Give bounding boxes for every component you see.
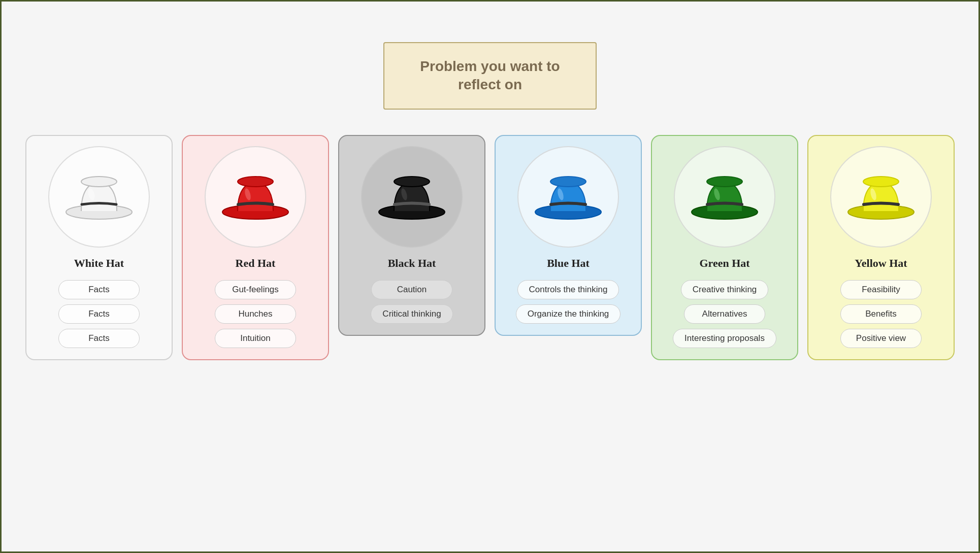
tag-pill[interactable]: Facts — [58, 304, 140, 324]
hats-row: White HatFactsFactsFacts Red HatGut-feel… — [25, 135, 955, 360]
hat-label-blue: Blue Hat — [547, 257, 590, 270]
hat-label-white: White Hat — [74, 257, 124, 270]
problem-text: Problem you want toreflect on — [415, 57, 565, 94]
hat-circle-white — [48, 146, 150, 248]
tag-pill[interactable]: Hunches — [215, 304, 296, 324]
hat-tags-green: Creative thinkingAlternativesInteresting… — [661, 280, 788, 348]
tag-pill[interactable]: Gut-feelings — [215, 280, 296, 299]
svg-point-13 — [707, 177, 742, 187]
hat-tags-white: FactsFactsFacts — [36, 280, 162, 348]
svg-point-1 — [81, 177, 117, 187]
svg-point-7 — [394, 177, 430, 187]
hat-circle-yellow — [830, 146, 932, 248]
hat-label-black: Black Hat — [388, 257, 436, 270]
tag-pill[interactable]: Organize the thinking — [516, 304, 621, 324]
hat-card-yellow: Yellow HatFeasibilityBenefitsPositive vi… — [807, 135, 955, 360]
hat-circle-green — [674, 146, 775, 248]
hat-tags-red: Gut-feelingsHunchesIntuition — [192, 280, 319, 348]
hat-card-blue: Blue HatControls the thinkingOrganize th… — [495, 135, 642, 336]
hat-tags-blue: Controls the thinkingOrganize the thinki… — [505, 280, 632, 324]
svg-point-16 — [863, 177, 899, 187]
hat-tags-black: CautionCritical thinking — [348, 280, 475, 324]
hat-tags-yellow: FeasibilityBenefitsPositive view — [818, 280, 944, 348]
tag-pill[interactable]: Intuition — [215, 329, 296, 348]
tag-pill[interactable]: Alternatives — [684, 304, 765, 324]
tag-pill[interactable]: Caution — [371, 280, 452, 299]
tag-pill[interactable]: Creative thinking — [681, 280, 769, 299]
tag-pill[interactable]: Facts — [58, 329, 140, 348]
tag-pill[interactable]: Facts — [58, 280, 140, 299]
hat-circle-red — [205, 146, 306, 248]
hat-card-white: White HatFactsFactsFacts — [25, 135, 173, 360]
tag-pill[interactable]: Feasibility — [840, 280, 922, 299]
hat-card-black: Black HatCautionCritical thinking — [338, 135, 485, 336]
tag-pill[interactable]: Positive view — [840, 329, 922, 348]
svg-point-4 — [238, 177, 273, 187]
hat-card-green: Green HatCreative thinkingAlternativesIn… — [651, 135, 798, 360]
hat-label-red: Red Hat — [236, 257, 276, 270]
svg-point-10 — [550, 177, 586, 187]
hat-label-green: Green Hat — [699, 257, 749, 270]
hat-circle-black — [361, 146, 463, 248]
hat-circle-blue — [517, 146, 619, 248]
tag-pill[interactable]: Controls the thinking — [517, 280, 619, 299]
tag-pill[interactable]: Interesting proposals — [673, 329, 776, 348]
tag-pill[interactable]: Critical thinking — [371, 304, 452, 324]
hat-label-yellow: Yellow Hat — [855, 257, 907, 270]
problem-box: Problem you want toreflect on — [383, 42, 597, 110]
tag-pill[interactable]: Benefits — [840, 304, 922, 324]
hat-card-red: Red HatGut-feelingsHunchesIntuition — [182, 135, 329, 360]
